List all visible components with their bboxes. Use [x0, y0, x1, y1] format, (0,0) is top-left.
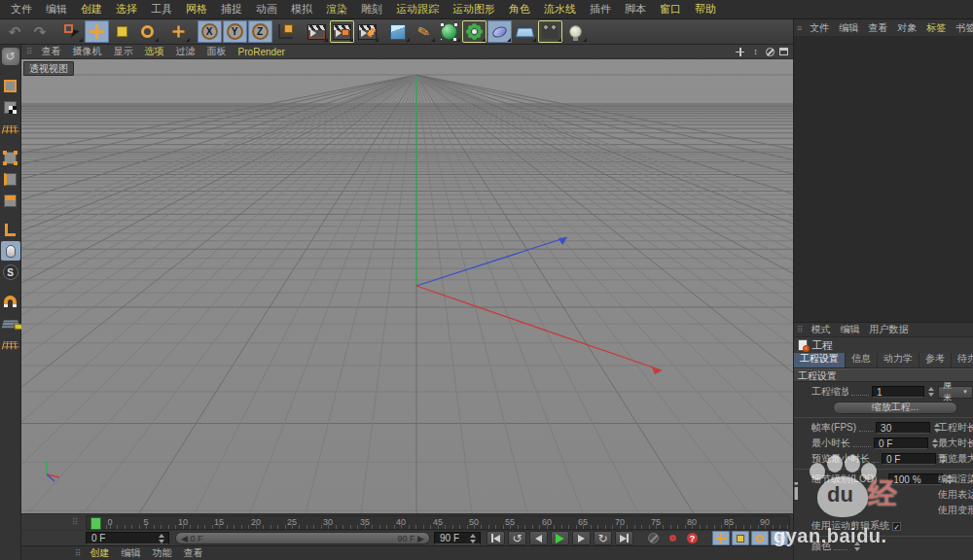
am-menu-mode[interactable]: 模式	[807, 323, 836, 336]
timeline-ruler[interactable]: 0 5 10 15 20 25 30 35 40 45 50 55	[86, 515, 790, 530]
go-to-end-button[interactable]	[615, 531, 633, 545]
menu-render[interactable]: 渲染	[319, 2, 354, 17]
viewport-canvas[interactable]: 透视视图	[21, 59, 793, 513]
section-header[interactable]: 工程设置	[794, 368, 973, 382]
om-menu-tags[interactable]: 标签	[921, 21, 951, 35]
object-manager-list[interactable]	[794, 37, 973, 323]
mm-menu-view[interactable]: 查看	[178, 546, 209, 560]
vp-menu-prorender[interactable]: ProRender	[233, 47, 291, 57]
dolly-view-icon[interactable]: ↕	[750, 47, 761, 57]
am-menu-userdata[interactable]: 用户数据	[865, 323, 914, 336]
coordinate-system-toggle[interactable]	[273, 20, 298, 43]
record-rotation-toggle[interactable]	[751, 531, 769, 545]
vp-menu-cameras[interactable]: 摄像机	[67, 45, 108, 58]
axis-z-lock[interactable]: Z	[248, 20, 272, 43]
menu-sculpt[interactable]: 雕刻	[354, 2, 389, 17]
preview-min-field[interactable]: 0 F	[882, 453, 936, 465]
min-time-field[interactable]: 0 F	[874, 438, 928, 449]
scale-tool[interactable]	[110, 20, 134, 43]
timeline-grip-icon[interactable]: ⠿	[72, 517, 79, 527]
workplane-align-button[interactable]	[1, 334, 20, 354]
menu-tools[interactable]: 工具	[144, 2, 179, 17]
tab-info[interactable]: 信息	[846, 353, 878, 368]
unit-dropdown[interactable]: 厘米▼	[938, 386, 973, 399]
viewport-solo-button[interactable]	[1, 241, 20, 261]
go-to-start-button[interactable]	[486, 531, 505, 545]
tab-project-settings[interactable]: 工程设置	[794, 353, 846, 368]
menu-pipeline[interactable]: 流水线	[537, 2, 583, 17]
render-picture-viewer-button[interactable]	[330, 20, 354, 43]
vp-menu-panel[interactable]: 面板	[201, 45, 233, 58]
panel-grip-icon[interactable]: ⠿	[23, 47, 36, 56]
next-key-button[interactable]: ↻	[594, 531, 612, 545]
project-scale-spinner[interactable]	[926, 386, 935, 398]
frame-range-slider[interactable]: ◀ 0 F 90 F ▶	[175, 532, 430, 544]
keyframe-selection-button[interactable]: ?	[683, 531, 702, 545]
menu-edit[interactable]: 编辑	[39, 2, 74, 17]
vp-menu-filter[interactable]: 过滤	[170, 45, 201, 58]
pan-view-icon[interactable]	[735, 47, 745, 57]
undo-button[interactable]: ↶	[3, 20, 27, 43]
menu-simulate[interactable]: 模拟	[284, 2, 319, 17]
vp-menu-options[interactable]: 选项	[139, 45, 170, 58]
menu-help[interactable]: 帮助	[688, 2, 723, 17]
om-menu-view[interactable]: 查看	[863, 21, 892, 35]
frame-spinner[interactable]	[468, 533, 477, 544]
play-button[interactable]	[551, 531, 569, 545]
spline-pen-menu[interactable]: ✎	[412, 20, 436, 43]
render-view-button[interactable]	[305, 20, 329, 43]
snap-toggle-button[interactable]: S	[1, 262, 20, 282]
rotate-view-icon[interactable]	[766, 48, 775, 56]
am-grip-icon[interactable]: ⠿	[794, 325, 807, 334]
next-frame-button[interactable]	[572, 531, 591, 545]
magnet-tool-button[interactable]	[1, 292, 20, 311]
om-menu-objects[interactable]: 对象	[892, 21, 921, 35]
render-settings-button[interactable]	[355, 20, 379, 43]
om-menu-edit[interactable]: 编辑	[834, 21, 863, 35]
deformers-menu[interactable]	[487, 20, 512, 43]
menu-snap[interactable]: 捕捉	[214, 2, 249, 17]
lights-menu[interactable]	[563, 20, 588, 43]
menu-select[interactable]: 选择	[109, 2, 144, 17]
autokeying-button[interactable]	[664, 531, 682, 545]
make-editable-button[interactable]: ↺	[1, 47, 20, 66]
bottom-grip-icon[interactable]: ⠿	[72, 548, 85, 558]
menu-mograph[interactable]: 运动图形	[446, 2, 502, 17]
mograph-cloner-menu[interactable]	[462, 20, 486, 43]
menu-create[interactable]: 创建	[74, 2, 109, 17]
menu-animate[interactable]: 动画	[249, 2, 284, 17]
previous-key-button[interactable]: ↺	[508, 531, 526, 545]
current-frame-marker[interactable]	[90, 517, 101, 530]
menu-plugins[interactable]: 插件	[583, 2, 618, 17]
redo-button[interactable]: ↷	[28, 20, 53, 43]
menu-motion-tracker[interactable]: 运动跟踪	[389, 2, 446, 17]
mm-menu-create[interactable]: 创建	[85, 546, 116, 560]
record-scale-toggle[interactable]	[732, 531, 749, 545]
om-hamburger-icon[interactable]: ≡	[794, 23, 805, 33]
menu-mesh[interactable]: 网格	[179, 2, 214, 17]
end-frame-field[interactable]: 90 F	[434, 532, 481, 544]
workplane-lock-button[interactable]	[1, 313, 20, 332]
points-mode-button[interactable]	[1, 148, 20, 167]
menu-window[interactable]: 窗口	[653, 2, 688, 17]
axis-y-lock[interactable]: Y	[223, 20, 247, 43]
fps-field[interactable]: 30	[876, 422, 930, 434]
record-keyframe-button[interactable]	[644, 531, 663, 545]
primitive-cube-menu[interactable]	[386, 20, 411, 43]
menu-character[interactable]: 角色	[502, 2, 537, 17]
tab-todo[interactable]: 待办事项	[952, 353, 973, 368]
record-position-toggle[interactable]	[712, 531, 730, 545]
last-used-tool[interactable]	[166, 20, 191, 43]
om-menu-bookmarks[interactable]: 书签	[951, 21, 973, 35]
menu-file[interactable]: 文件	[4, 2, 39, 17]
model-mode-button[interactable]	[1, 76, 20, 95]
move-tool[interactable]	[85, 20, 109, 43]
mm-menu-function[interactable]: 功能	[147, 546, 178, 560]
frame-spinner[interactable]	[157, 533, 165, 544]
menu-script[interactable]: 脚本	[618, 2, 653, 17]
scale-project-button[interactable]: 缩放工程...	[833, 402, 957, 414]
project-scale-field[interactable]: 1	[872, 386, 924, 398]
generators-menu[interactable]	[437, 20, 461, 43]
polygons-mode-button[interactable]	[1, 191, 20, 210]
texture-mode-button[interactable]	[1, 97, 20, 117]
